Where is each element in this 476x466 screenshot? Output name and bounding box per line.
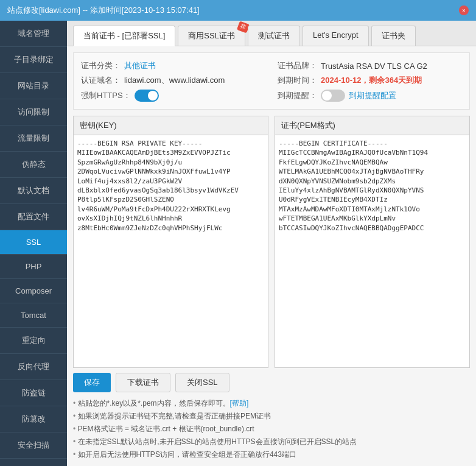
remind-toggle-knob — [322, 91, 332, 101]
content-area: 当前证书 - [已部署SSL]商用SSL证书荐测试证书Let's Encrypt… — [67, 21, 476, 466]
title-bar: 站点修改[lidawi.com] -- 添加时间[2023-10-13 15:0… — [0, 0, 476, 21]
sidebar-item-domain[interactable]: 域名管理 — [0, 21, 67, 47]
sidebar-item-redirect[interactable]: 重定向 — [0, 328, 67, 354]
sidebar-item-defaultdoc[interactable]: 默认文档 — [0, 178, 67, 204]
tab-test[interactable]: 测试证书 — [248, 26, 300, 46]
cert-info-right: 证书品牌： TrustAsia RSA DV TLS CA G2 到期时间： 2… — [278, 60, 462, 102]
close-button[interactable]: × — [459, 5, 469, 15]
close-ssl-button[interactable]: 关闭SSL — [175, 373, 229, 392]
download-button[interactable]: 下载证书 — [116, 373, 170, 392]
key-cert-panels: 密钥(KEY) 证书(PEM格式) — [73, 116, 470, 368]
sidebar-item-traffic[interactable]: 流量限制 — [0, 125, 67, 152]
https-toggle[interactable] — [135, 90, 159, 102]
cert-expire-row: 到期时间： 2024-10-12，剩余364天到期 — [278, 75, 462, 86]
help-link[interactable]: [帮助] — [230, 399, 249, 408]
domain-label: 认证域名： — [81, 75, 121, 86]
key-panel-header: 密钥(KEY) — [74, 116, 268, 135]
main-container: 域名管理子目录绑定网站目录访问限制流量限制伪静态默认文档配置文件SSLPHPCo… — [0, 21, 476, 466]
cert-https-row: 强制HTTPS： — [81, 90, 265, 102]
toggle-knob — [148, 91, 158, 101]
tab-bar: 当前证书 - [已部署SSL]商用SSL证书荐测试证书Let's Encrypt… — [67, 21, 476, 46]
cert-textarea[interactable] — [275, 135, 469, 367]
cert-category-row: 证书分类： 其他证书 — [81, 60, 265, 71]
cert-brand-row: 证书品牌： TrustAsia RSA DV TLS CA G2 — [278, 60, 462, 71]
notes-list: 粘贴您的*.key以及*.pem内容，然后保存即可。[帮助]如果浏览器提示证书链… — [73, 397, 470, 461]
sidebar-item-tamper[interactable]: 防篡改 — [0, 406, 67, 432]
note-item: 如果浏览器提示证书链不完整,请检查是否正确拼接PEM证书 — [73, 410, 470, 423]
key-textarea[interactable] — [74, 135, 268, 367]
sidebar-item-ssl[interactable]: SSL — [0, 230, 67, 255]
https-label: 强制HTTPS： — [81, 90, 131, 101]
sidebar-item-sitedir[interactable]: 网站目录 — [0, 73, 67, 99]
domain-value: lidawi.com、www.lidawi.com — [124, 75, 225, 86]
sidebar-item-log[interactable]: 网站日志 — [0, 459, 67, 466]
expire-value: 2024-10-12，剩余364天到期 — [321, 75, 422, 86]
tab-commercial[interactable]: 商用SSL证书荐 — [178, 26, 245, 46]
expire-label: 到期时间： — [278, 75, 317, 86]
sidebar-item-access[interactable]: 访问限制 — [0, 99, 67, 125]
category-label: 证书分类： — [81, 60, 121, 71]
note-item: PEM格式证书 = 域名证书.crt + 根证书(root_bundle).cr… — [73, 423, 470, 436]
note-item: 粘贴您的*.key以及*.pem内容，然后保存即可。[帮助] — [73, 397, 470, 410]
notes-section: 粘贴您的*.key以及*.pem内容，然后保存即可。[帮助]如果浏览器提示证书链… — [73, 397, 470, 461]
sidebar-item-reverseproxy[interactable]: 反向代理 — [0, 354, 67, 380]
cert-info-section: 证书分类： 其他证书 认证域名： lidawi.com、www.lidawi.c… — [73, 52, 470, 110]
sidebar-item-pseudo[interactable]: 伪静态 — [0, 152, 67, 178]
sidebar-item-subdir[interactable]: 子目录绑定 — [0, 47, 67, 73]
sidebar-item-php[interactable]: PHP — [0, 255, 67, 279]
brand-label: 证书品牌： — [278, 60, 317, 71]
sidebar: 域名管理子目录绑定网站目录访问限制流量限制伪静态默认文档配置文件SSLPHPCo… — [0, 21, 67, 466]
sidebar-item-hotlink[interactable]: 防盗链 — [0, 380, 67, 406]
cert-panel-header: 证书(PEM格式) — [275, 116, 469, 135]
sidebar-item-config[interactable]: 配置文件 — [0, 204, 67, 230]
remind-label: 到期提醒： — [278, 90, 317, 101]
remind-toggle[interactable] — [321, 90, 345, 102]
note-item: 如开启后无法使用HTTPS访问，请检查安全组是否正确放行443端口 — [73, 448, 470, 461]
cert-remind-row: 到期提醒： 到期提醒配置 — [278, 90, 462, 102]
cert-info-left: 证书分类： 其他证书 认证域名： lidawi.com、www.lidawi.c… — [81, 60, 265, 102]
action-buttons: 保存 下载证书 关闭SSL — [73, 373, 470, 392]
sidebar-item-tomcat[interactable]: Tomcat — [0, 303, 67, 328]
save-button[interactable]: 保存 — [73, 373, 111, 392]
note-item: 在未指定SSL默认站点时,未开启SSL的站点使用HTTPS会直接访问到已开启SS… — [73, 436, 470, 448]
title-text: 站点修改[lidawi.com] -- 添加时间[2023-10-13 15:0… — [7, 5, 200, 16]
tab-current[interactable]: 当前证书 - [已部署SSL] — [73, 26, 175, 46]
sidebar-item-scan[interactable]: 安全扫描 — [0, 432, 67, 459]
category-value[interactable]: 其他证书 — [124, 60, 156, 71]
cert-domain-row: 认证域名： lidawi.com、www.lidawi.com — [81, 75, 265, 86]
tab-letsencrypt[interactable]: Let's Encrypt — [303, 26, 369, 46]
key-panel: 密钥(KEY) — [73, 116, 268, 368]
cert-panel: 证书(PEM格式) — [275, 116, 470, 368]
sidebar-item-composer[interactable]: Composer — [0, 279, 67, 303]
tab-certfolder[interactable]: 证书夹 — [371, 26, 416, 46]
brand-value: TrustAsia RSA DV TLS CA G2 — [321, 62, 427, 71]
remind-config-link[interactable]: 到期提醒配置 — [349, 90, 396, 101]
